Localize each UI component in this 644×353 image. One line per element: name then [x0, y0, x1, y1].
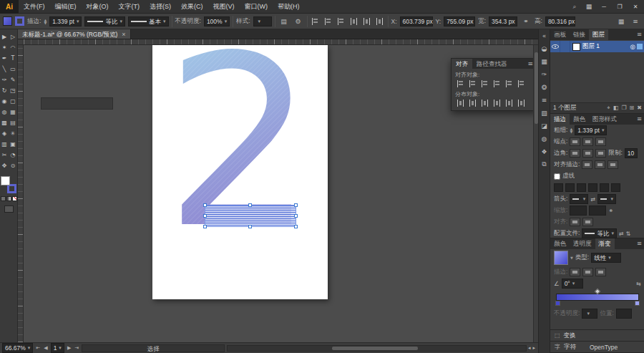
menu-edit[interactable]: 编辑(E)	[50, 0, 82, 14]
zoom-level-dropdown[interactable]: 66.67%	[2, 343, 33, 353]
cb-align-right-icon[interactable]	[336, 17, 346, 26]
lasso-tool[interactable]: ◠	[9, 42, 17, 52]
make-clipping-mask-icon[interactable]: ◧	[613, 105, 619, 112]
weight-field[interactable]: 1.339 pt	[575, 125, 607, 135]
selection-handle[interactable]	[203, 214, 207, 218]
dashed-line-checkbox[interactable]	[554, 173, 560, 180]
gradient-button[interactable]	[6, 196, 11, 201]
arrowhead-start-dropdown[interactable]	[570, 194, 588, 204]
type-tool[interactable]: T	[9, 53, 17, 63]
ruler-origin[interactable]	[18, 39, 24, 45]
fill-color-swatch[interactable]	[1, 176, 10, 185]
dash-field[interactable]	[577, 183, 586, 192]
gradient-angle-field[interactable]: 0°	[562, 279, 583, 289]
line-segment-tool[interactable]: ╲	[1, 64, 9, 74]
gradient-tool[interactable]: ▤	[9, 117, 17, 127]
mesh-tool[interactable]: ▩	[1, 117, 9, 127]
tab-color-2[interactable]: 颜色	[550, 238, 570, 249]
expand-panels-icon[interactable]: «	[540, 31, 550, 40]
column-graph-tool[interactable]: ▥	[1, 139, 9, 149]
transform-menu-icon[interactable]: ▦	[615, 16, 627, 26]
direct-selection-tool[interactable]: ▷	[9, 32, 17, 42]
fill-stroke-control[interactable]	[1, 176, 16, 193]
slice-tool[interactable]: ✂	[1, 150, 9, 160]
gradient-opacity-field[interactable]	[582, 309, 597, 319]
selection-handle[interactable]	[294, 203, 298, 207]
document-tab[interactable]: 未标题-1.ai* @ 66.67% (RGB/预览) ×	[18, 29, 131, 39]
layer-visibility-toggle[interactable]	[550, 41, 560, 52]
height-field[interactable]: 80.316 px	[545, 16, 575, 26]
tab-close-icon[interactable]: ×	[122, 29, 125, 39]
zoom-tool[interactable]: ⊙	[9, 160, 17, 170]
layer-row[interactable]: 图层 1 ◎	[550, 41, 644, 52]
next-artboard-icon[interactable]: ▶	[67, 345, 72, 351]
panel-menu-icon[interactable]: ≡	[634, 29, 644, 40]
tab-align[interactable]: 对齐	[452, 59, 472, 69]
align-stroke-center-button[interactable]	[582, 160, 592, 169]
first-artboard-icon[interactable]: ⇤	[35, 345, 41, 351]
arrowhead-end-dropdown[interactable]	[597, 194, 616, 204]
magic-wand-tool[interactable]: ✶	[1, 42, 9, 52]
gradient-stop-left[interactable]	[555, 301, 560, 306]
panel-menu-icon[interactable]: ≡	[634, 114, 644, 125]
eyedropper-tool[interactable]: ◔	[9, 150, 17, 160]
selected-object[interactable]	[205, 205, 296, 226]
scale-tool[interactable]: ◳	[9, 85, 17, 95]
horizontal-scrollbar[interactable]: ◂ ▸	[227, 345, 536, 352]
selection-handle[interactable]	[248, 203, 252, 207]
selection-handle[interactable]	[294, 214, 298, 218]
fill-swatch[interactable]	[3, 16, 12, 26]
scale-end-field[interactable]	[589, 205, 606, 216]
stroke-panel-icon[interactable]: ≡	[540, 95, 550, 105]
workspace-switcher-icon[interactable]: ▦	[582, 1, 595, 12]
distribute-top-icon[interactable]	[455, 99, 465, 107]
cb-align-center-icon[interactable]	[323, 17, 333, 26]
corner-bevel-button[interactable]	[595, 149, 606, 158]
distribute-right-icon[interactable]	[516, 99, 526, 107]
pencil-tool[interactable]: ✎	[9, 74, 17, 84]
swatches-panel-icon[interactable]: ▦	[540, 57, 550, 66]
tab-graphic-styles[interactable]: 图形样式	[589, 114, 620, 125]
distribute-center-h-icon[interactable]	[504, 99, 514, 107]
width-field[interactable]: 354.3 px	[489, 16, 517, 26]
close-button[interactable]: ✕	[628, 1, 643, 12]
document-setup-icon[interactable]: ▤	[278, 16, 290, 26]
menu-help[interactable]: 帮助(H)	[273, 0, 305, 14]
graphic-styles-panel-icon[interactable]: ❖	[540, 147, 550, 156]
free-transform-tool[interactable]: ▢	[9, 96, 17, 106]
stroke-gradient-within-button[interactable]	[570, 268, 580, 276]
style-dropdown[interactable]	[253, 16, 272, 26]
panel-menu-icon[interactable]: ≡	[634, 238, 644, 249]
maximize-button[interactable]: ❐	[613, 1, 627, 12]
gradient-panel-icon[interactable]: ▧	[540, 108, 550, 117]
cb-distribute-center-icon[interactable]	[362, 17, 372, 26]
gradient-type-dropdown[interactable]: 线性	[591, 253, 621, 263]
blend-tool[interactable]: ◈	[1, 128, 9, 138]
brush-definition-dropdown[interactable]: 基本	[128, 16, 169, 26]
align-middle-v-icon[interactable]	[504, 79, 514, 88]
search-icon[interactable]: ⌕	[568, 1, 581, 12]
menu-view[interactable]: 视图(V)	[208, 0, 240, 14]
menu-type[interactable]: 文字(T)	[114, 0, 145, 14]
new-layer-icon[interactable]: ⊞	[630, 105, 635, 112]
dash-field[interactable]	[554, 183, 563, 192]
scroll-right-icon[interactable]: ▸	[532, 345, 536, 351]
gradient-stop-right[interactable]	[635, 301, 640, 306]
preferences-icon[interactable]: ⚙	[293, 16, 304, 26]
symbols-panel-icon[interactable]: ❂	[540, 82, 550, 92]
tab-gradient[interactable]: 渐变	[595, 238, 615, 249]
selection-handle[interactable]	[203, 203, 207, 207]
layer-target-icon[interactable]: ◎	[630, 43, 637, 50]
transform-label[interactable]: 变换	[564, 332, 576, 340]
transparency-panel-icon[interactable]: ◪	[540, 121, 550, 130]
stroke-swatch[interactable]	[15, 16, 24, 26]
stroke-weight-stepper[interactable]: ▲▼	[44, 19, 47, 24]
rectangle-tool[interactable]: ▭	[9, 64, 17, 74]
canvas-area[interactable]: 2 2 对齐 路径查找器 ≡ 对齐对象:	[24, 45, 538, 342]
gap-field[interactable]	[611, 183, 620, 192]
pen-tool[interactable]: ✒	[1, 53, 9, 63]
hand-tool[interactable]: ✥	[1, 160, 9, 170]
tab-transparency[interactable]: 透明度	[570, 238, 595, 249]
align-left-icon[interactable]	[455, 79, 465, 88]
cap-round-button[interactable]	[582, 137, 593, 146]
